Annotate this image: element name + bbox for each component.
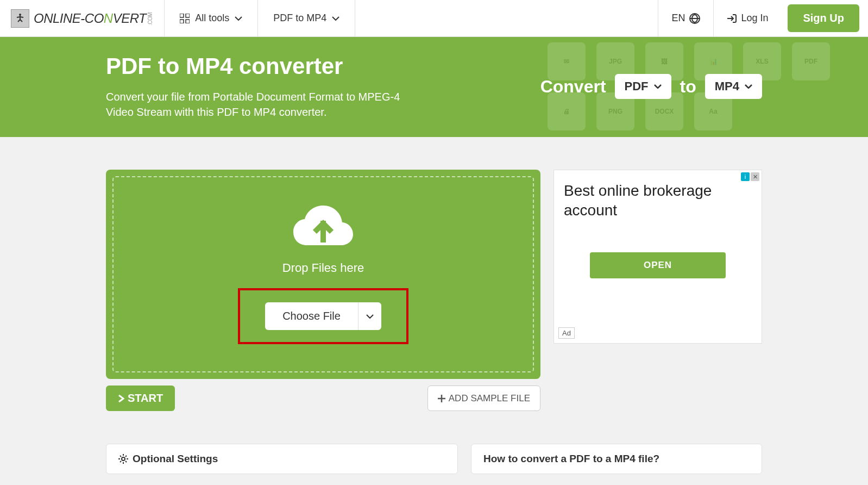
choose-file-dropdown-button[interactable] xyxy=(358,302,381,330)
optional-settings-panel[interactable]: Optional Settings xyxy=(106,444,458,474)
drop-files-text: Drop Files here xyxy=(282,261,364,275)
pdf-to-mp4-label: PDF to MP4 xyxy=(273,13,326,24)
logo-icon xyxy=(11,9,29,28)
svg-rect-4 xyxy=(186,20,190,23)
start-label: START xyxy=(128,392,163,405)
svg-rect-2 xyxy=(186,14,190,17)
login-link[interactable]: Log In xyxy=(713,0,781,36)
nav-spacer xyxy=(355,0,658,36)
all-tools-menu[interactable]: All tools xyxy=(164,0,257,36)
svg-point-5 xyxy=(122,457,125,461)
chevron-down-icon xyxy=(332,16,339,21)
to-format-selector[interactable]: MP4 xyxy=(705,74,762,99)
advertisement: i ✕ Best online brokerage account OPEN A… xyxy=(553,170,762,344)
to-label: to xyxy=(680,77,696,97)
svg-point-0 xyxy=(19,14,21,16)
chevron-right-icon xyxy=(118,394,124,403)
pdf-to-mp4-menu[interactable]: PDF to MP4 xyxy=(257,0,355,36)
from-format-value: PDF xyxy=(625,79,649,94)
gear-icon xyxy=(118,454,128,464)
page-description: Convert your file from Portable Document… xyxy=(106,89,416,120)
add-sample-file-button[interactable]: ADD SAMPLE FILE xyxy=(427,385,540,411)
howto-title: How to convert a PDF to a MP4 file? xyxy=(483,453,750,465)
globe-icon xyxy=(689,13,700,24)
ad-info-icon[interactable]: i xyxy=(741,172,750,181)
to-format-value: MP4 xyxy=(715,79,739,94)
choose-file-button[interactable]: Choose File xyxy=(265,302,358,330)
upload-dropzone[interactable]: Drop Files here Choose File xyxy=(106,170,540,379)
choose-file-group-highlighted: Choose File xyxy=(238,288,408,344)
ad-label: Ad xyxy=(558,327,575,339)
logo[interactable]: ONLINE-CONVERT.COM xyxy=(0,0,164,36)
chevron-down-icon xyxy=(745,84,752,89)
chevron-down-icon xyxy=(654,84,662,89)
svg-rect-3 xyxy=(180,20,184,23)
language-label: EN xyxy=(671,13,685,24)
language-selector[interactable]: EN xyxy=(658,0,713,36)
howto-panel: How to convert a PDF to a MP4 file? xyxy=(471,444,762,474)
convert-label: Convert xyxy=(540,77,606,97)
ad-open-button[interactable]: OPEN xyxy=(590,252,726,278)
grid-icon xyxy=(180,14,190,23)
ad-title: Best online brokerage account xyxy=(564,181,752,221)
svg-rect-1 xyxy=(180,14,184,17)
cloud-upload-icon xyxy=(291,204,356,253)
login-label: Log In xyxy=(741,13,768,24)
optional-settings-title: Optional Settings xyxy=(133,453,218,465)
chevron-down-icon xyxy=(235,16,242,21)
signup-button[interactable]: Sign Up xyxy=(788,4,859,32)
ad-close-icon[interactable]: ✕ xyxy=(751,172,759,181)
start-button[interactable]: START xyxy=(106,385,175,411)
from-format-selector[interactable]: PDF xyxy=(615,74,671,99)
chevron-down-icon xyxy=(366,314,374,319)
login-icon xyxy=(727,14,737,23)
logo-text: ONLINE-CONVERT.COM xyxy=(34,11,153,26)
plus-icon xyxy=(438,395,445,402)
page-title: PDF to MP4 converter xyxy=(106,53,416,79)
add-sample-label: ADD SAMPLE FILE xyxy=(449,393,530,404)
all-tools-label: All tools xyxy=(195,13,229,24)
